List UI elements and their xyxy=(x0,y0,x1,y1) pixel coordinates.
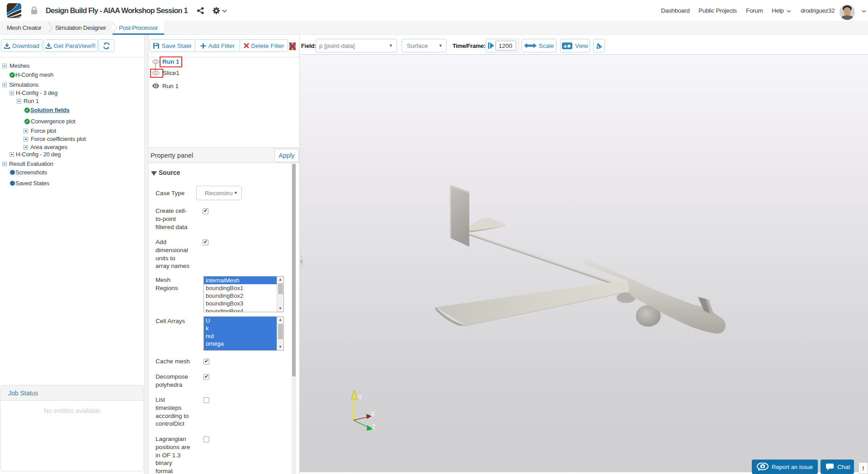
svg-text:Y: Y xyxy=(358,394,363,401)
svg-text:Z: Z xyxy=(372,423,376,431)
svg-text:X: X xyxy=(371,410,375,418)
